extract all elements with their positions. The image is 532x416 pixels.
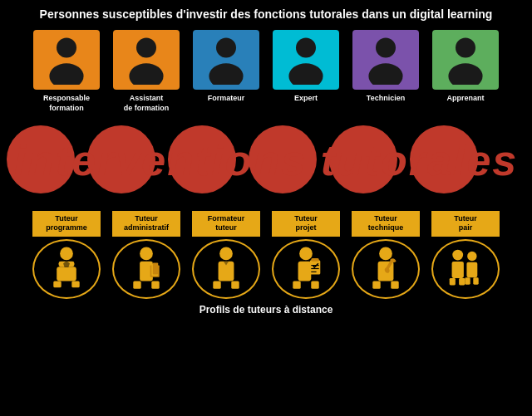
tutor-label-administratif: Tuteuradministratif [112,211,180,237]
tutor-label-pair: Tuteurpair [431,211,500,237]
persona-expert: Expert [268,30,343,104]
persona-label-apprenant: Apprenant [447,94,485,104]
persona-icon-apprenant [432,30,499,90]
tutor-technique: Tuteurtechnique [348,211,423,299]
svg-rect-15 [53,281,61,288]
main-page: Personnes susceptibles d'investir des fo… [0,0,532,416]
svg-point-8 [376,38,396,58]
svg-point-10 [456,38,475,58]
interventions-text: interventions tutorales [0,135,532,185]
persona-label-assistant: Assistantde formation [124,94,170,113]
svg-point-25 [219,247,233,261]
svg-rect-35 [311,258,318,262]
svg-point-47 [467,252,476,261]
svg-rect-14 [57,267,76,281]
svg-point-7 [288,63,323,85]
svg-rect-31 [298,262,312,281]
svg-rect-50 [473,278,478,286]
svg-rect-27 [213,281,220,289]
svg-point-43 [452,250,463,261]
interventions-section: interventions tutorales [0,117,532,204]
persona-label-responsable: Responsableformation [43,94,90,113]
tutor-label-technique: Tuteurtechnique [352,211,420,237]
svg-rect-20 [133,281,140,289]
svg-rect-16 [71,281,79,288]
tutors-section: Tuteurprogramme Tuteuradmi [0,204,532,317]
svg-rect-49 [465,278,470,286]
tutor-icon-administratif [112,239,180,299]
persona-icon-formateur [193,30,259,90]
svg-rect-32 [293,281,300,289]
svg-rect-48 [466,262,477,278]
tutor-icon-formateur [192,239,260,299]
svg-point-3 [129,63,163,85]
profils-label: Profils de tuteurs à distance [12,304,520,316]
svg-point-11 [448,63,482,85]
persona-technicien: Technicien [348,30,423,104]
svg-point-5 [209,63,243,85]
svg-point-2 [136,38,156,58]
persona-apprenant: Apprenant [428,30,503,104]
tutor-icon-projet [272,239,340,299]
svg-rect-45 [450,278,456,286]
persona-formateur: Formateur [189,30,264,104]
persona-responsable: Responsableformation [29,30,104,113]
persona-icon-responsable [33,30,100,90]
svg-rect-44 [452,262,464,278]
svg-point-9 [368,63,402,85]
svg-rect-41 [372,281,380,289]
persona-label-expert: Expert [294,94,318,104]
persona-assistant: Assistantde formation [109,30,184,113]
personas-row: Responsableformation Assistantde formati… [0,25,532,116]
svg-point-4 [216,38,236,58]
persona-label-technicien: Technicien [367,94,405,104]
tutor-programme: Tuteurprogramme [29,211,104,299]
tutor-icon-programme [32,239,101,299]
svg-point-1 [49,63,83,85]
persona-label-formateur: Formateur [208,94,245,104]
tutor-label-projet: Tuteurprojet [272,211,340,237]
svg-rect-46 [459,278,465,286]
tutors-row: Tuteurprogramme Tuteuradmi [12,211,520,299]
tutor-icon-technique [352,239,420,299]
svg-point-39 [379,247,392,261]
svg-rect-24 [153,263,158,275]
svg-rect-42 [391,281,398,289]
tutor-label-formateur: Formateurtuteur [192,211,260,237]
tutor-label-programme: Tuteurprogramme [32,211,101,237]
svg-rect-21 [151,281,159,289]
persona-icon-expert [273,30,339,90]
svg-rect-28 [231,281,239,289]
svg-point-0 [57,38,76,58]
svg-rect-33 [311,281,318,289]
persona-icon-assistant [113,30,180,90]
page-title: Personnes susceptibles d'investir des fo… [0,0,532,25]
tutor-formateur: Formateurtuteur [189,211,264,299]
svg-point-6 [296,38,316,58]
svg-point-18 [140,247,153,261]
tutor-pair: Tuteurpair [428,211,503,299]
svg-point-12 [60,247,73,261]
tutor-projet: Tuteurprojet [268,211,343,299]
svg-point-30 [299,247,313,261]
persona-icon-technicien [352,30,419,90]
tutor-icon-pair [431,239,500,299]
tutor-administratif: Tuteuradministratif [109,211,184,299]
